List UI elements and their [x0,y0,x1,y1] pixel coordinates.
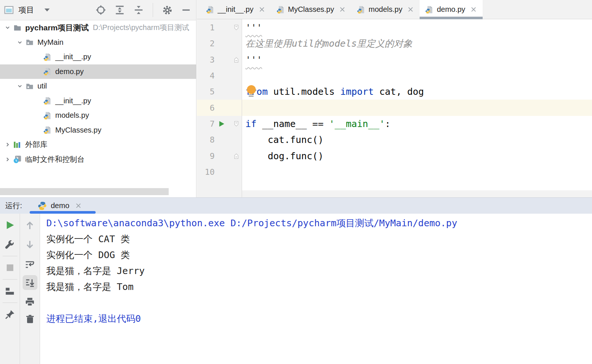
tree-item-root[interactable]: pycharm项目测试D:\Projects\pycharm项目测试 [0,20,196,35]
line-number: 9 [197,151,215,161]
rerun-button[interactable] [3,218,17,233]
prev-occurrence-button[interactable] [23,218,37,233]
line-number: 4 [197,71,215,80]
code-line-8[interactable]: cat.func() [242,132,592,148]
chevron-right-icon[interactable] [2,156,13,163]
console-line: 进程已结束,退出代码0 [46,311,592,327]
editor-tab-models-py[interactable]: models.py [351,0,420,19]
editor-tab--init-py[interactable]: __init__.py [201,0,271,19]
tree-item-init1[interactable]: __init__.py [0,50,196,64]
close-icon[interactable] [258,6,265,13]
edit-configuration-button[interactable] [3,237,17,252]
tree-item-libraries[interactable]: 外部库 [0,137,196,152]
gutter-line-8: 8 [197,132,242,148]
run-tab-label: demo [51,201,69,210]
code-line-3[interactable]: ''' [242,52,592,68]
code-line-9[interactable]: dog.func() [242,148,592,164]
code-token: util.models [268,86,340,97]
pin-tab-button[interactable] [3,307,17,322]
tree-item-label: 临时文件和控制台 [25,154,85,164]
fold-marker-icon[interactable] [234,153,239,159]
line-number: 7 [197,119,215,128]
tree-item-mymain[interactable]: MyMain [0,35,196,50]
code-line-6[interactable] [242,100,592,116]
run-panel-body: D:\software\anaconda3\python.exe D:/Proj… [0,214,592,364]
print-button[interactable] [23,294,37,309]
fold-marker-icon[interactable] [234,24,239,31]
console-line: 我是猫，名字是 Tom [46,279,592,295]
gutter-line-1: 1 [197,20,242,36]
project-panel-toolbar [95,3,192,17]
project-path: D:\Projects\pycharm项目测试 [93,23,189,33]
code-line-1[interactable]: ''' [242,20,592,36]
tree-item-init2[interactable]: __init__.py [0,94,196,108]
gear-icon[interactable] [162,4,173,16]
folder-source-icon [25,38,34,46]
tree-item-demo[interactable]: demo.py [0,64,196,79]
project-panel: 项目 pycharm项目测试D:\Projects\pycharm项目测试MyM… [0,0,196,197]
tab-label: demo.py [437,5,465,14]
code-line-2[interactable]: 在这里使用util的models里定义的对象 [242,36,592,51]
code-line-7[interactable]: if __name__ == '__main__': [242,116,592,132]
editor-tab-demo-py[interactable]: demo.py [420,0,483,19]
tree-item-label: util [37,82,47,90]
scratches-icon [13,155,22,163]
expand-all-icon[interactable] [114,4,125,16]
toolbar-separator [153,3,153,17]
tree-item-util[interactable]: util [0,79,196,94]
toolbar-separator [3,279,17,280]
close-icon[interactable] [470,6,477,13]
collapse-all-icon[interactable] [133,4,144,16]
chevron-down-icon[interactable] [2,24,13,31]
code-token: : [385,118,390,129]
soft-wrap-button[interactable] [23,257,37,272]
tree-item-scratches[interactable]: 临时文件和控制台 [0,152,196,167]
gutter-line-5: 5 [197,84,242,100]
horizontal-scrollbar[interactable] [0,188,169,195]
run-console[interactable]: D:\software\anaconda3\python.exe D:/Proj… [40,214,592,364]
clear-all-button[interactable] [23,312,37,327]
tree-item-label: MyMain [37,38,63,47]
fold-marker-icon[interactable] [234,57,239,63]
python-file-icon [206,6,214,14]
intention-lightbulb-icon[interactable] [247,85,256,94]
chevron-right-icon[interactable] [2,141,13,148]
close-icon[interactable] [339,6,346,13]
run-tab-demo[interactable]: demo [30,198,96,214]
editor-tab-bar: __init__.pyMyClasses.pymodels.pydemo.py [197,0,592,19]
editor-tab-MyClasses-py[interactable]: MyClasses.py [271,0,351,19]
python-file-icon [425,6,433,14]
chevron-down-icon[interactable] [44,9,50,11]
tree-item-label: 外部库 [25,140,47,150]
code-area[interactable]: '''在这里使用util的models里定义的对象'''from util.mo… [242,19,592,197]
code-token: if [245,118,257,129]
console-line: 我是猫，名字是 Jerry [46,263,592,279]
code-line-4[interactable] [242,68,592,84]
tree-item-models[interactable]: models.py [0,108,196,123]
code-line-5[interactable]: from util.models import cat, dog [242,84,592,100]
restore-layout-button[interactable] [3,284,17,298]
stop-button[interactable] [3,260,17,275]
project-window-icon [4,5,14,15]
chevron-down-icon[interactable] [14,39,25,46]
code-token: cat.func() [245,134,324,145]
python-file-icon [277,6,285,14]
close-icon[interactable] [407,6,414,13]
code-line-10[interactable] [242,164,592,180]
tree-item-label: __init__.py [55,53,91,61]
tree-item-myclasses[interactable]: MyClasses.py [0,123,196,138]
code-token: ''' [245,22,262,33]
locate-file-icon[interactable] [95,4,106,16]
hide-panel-icon[interactable] [181,4,192,16]
next-occurrence-button[interactable] [23,237,37,252]
scroll-to-end-button[interactable] [23,275,37,290]
chevron-down-icon[interactable] [14,83,25,89]
tree-item-label: MyClasses.py [55,126,101,134]
code-token: dog.func() [245,151,324,161]
toolbar-separator [3,256,17,256]
fold-marker-icon[interactable] [234,121,239,127]
close-icon[interactable] [75,202,82,209]
run-line-icon[interactable] [218,120,225,128]
project-panel-title[interactable]: 项目 [19,5,34,15]
run-toolbar-secondary [20,214,40,364]
